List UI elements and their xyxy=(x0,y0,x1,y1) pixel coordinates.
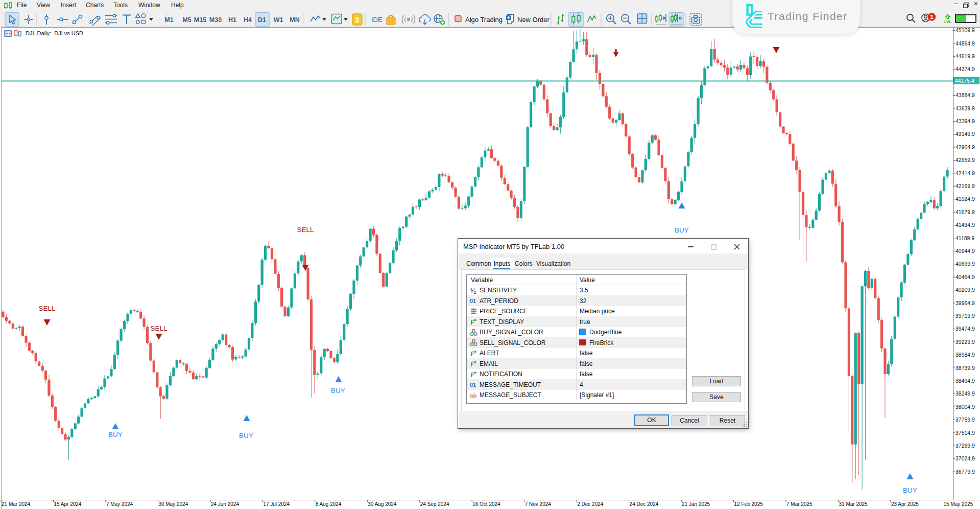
svg-text:42414.9: 42414.9 xyxy=(955,170,975,176)
svg-text:8 Aug 2024: 8 Aug 2024 xyxy=(316,501,342,507)
svg-text:41679.9: 41679.9 xyxy=(955,209,975,215)
svg-text:24 Sep 2024: 24 Sep 2024 xyxy=(420,501,449,507)
svg-text:44175.4: 44175.4 xyxy=(955,78,974,84)
svg-text:41434.9: 41434.9 xyxy=(955,222,975,228)
svg-text:M5: M5 xyxy=(182,16,191,24)
svg-text:7 Mar 2025: 7 Mar 2025 xyxy=(786,501,812,507)
svg-text:IDE: IDE xyxy=(371,16,383,24)
svg-text:44374.9: 44374.9 xyxy=(955,66,975,72)
svg-text:BUY: BUY xyxy=(675,226,689,234)
svg-text:38249.9: 38249.9 xyxy=(955,390,975,397)
svg-text:$: $ xyxy=(355,16,360,24)
svg-text:44619.9: 44619.9 xyxy=(955,53,975,59)
svg-text:15 May 2025: 15 May 2025 xyxy=(944,501,973,507)
svg-text:43639.9: 43639.9 xyxy=(955,105,975,111)
svg-text:BUY: BUY xyxy=(331,387,345,395)
svg-text:H4: H4 xyxy=(244,16,252,24)
svg-text:D1: D1 xyxy=(258,16,266,24)
svg-text:41189.9: 41189.9 xyxy=(955,235,974,241)
svg-text:39964.9: 39964.9 xyxy=(955,300,975,306)
svg-text:38004.9: 38004.9 xyxy=(955,404,975,410)
svg-text:36779.9: 36779.9 xyxy=(955,469,975,475)
svg-text:01: 01 xyxy=(470,298,476,304)
svg-text:43394.9: 43394.9 xyxy=(955,118,975,124)
svg-text:15 Apr 2024: 15 Apr 2024 xyxy=(54,501,82,507)
svg-text:42169.9: 42169.9 xyxy=(955,183,975,189)
svg-text:39229.9: 39229.9 xyxy=(955,339,975,345)
svg-text:SELL: SELL xyxy=(297,226,314,234)
svg-text:40209.9: 40209.9 xyxy=(955,287,975,293)
svg-text:41924.9: 41924.9 xyxy=(955,196,975,202)
svg-text:42659.9: 42659.9 xyxy=(955,157,975,163)
svg-text:40699.9: 40699.9 xyxy=(955,261,975,267)
svg-text:BUY: BUY xyxy=(239,432,253,439)
svg-text:7 Nov 2024: 7 Nov 2024 xyxy=(525,501,552,507)
svg-text:M1: M1 xyxy=(164,16,173,24)
svg-text:24 Jun 2024: 24 Jun 2024 xyxy=(211,501,239,507)
svg-text:38494.9: 38494.9 xyxy=(955,378,975,384)
svg-text:SELL: SELL xyxy=(150,325,168,332)
svg-text:44864.9: 44864.9 xyxy=(955,40,975,47)
svg-text:40944.9: 40944.9 xyxy=(955,248,975,254)
svg-text:01: 01 xyxy=(470,382,476,388)
svg-text:W1: W1 xyxy=(274,16,283,24)
svg-text:New Order: New Order xyxy=(517,16,550,24)
svg-text:40454.9: 40454.9 xyxy=(955,274,975,280)
svg-text:21 Jan 2025: 21 Jan 2025 xyxy=(682,501,710,507)
svg-text:45109.9: 45109.9 xyxy=(955,27,975,33)
svg-text:43149.9: 43149.9 xyxy=(955,131,975,137)
svg-text:16 Oct 2024: 16 Oct 2024 xyxy=(472,501,500,507)
svg-text:31 Mar 2025: 31 Mar 2025 xyxy=(839,501,868,507)
svg-text:17 Jul 2024: 17 Jul 2024 xyxy=(263,501,290,507)
svg-text:37514.9: 37514.9 xyxy=(955,430,975,436)
svg-text:1: 1 xyxy=(930,14,934,20)
svg-text:39719.9: 39719.9 xyxy=(955,313,975,319)
svg-text:MN: MN xyxy=(290,16,299,24)
svg-text:H1: H1 xyxy=(228,16,236,24)
svg-text:38984.9: 38984.9 xyxy=(955,352,975,358)
svg-text:39474.9: 39474.9 xyxy=(955,326,975,332)
svg-text:Algo Trading: Algo Trading xyxy=(465,16,503,24)
svg-text:37269.9: 37269.9 xyxy=(955,443,975,449)
svg-text:42904.9: 42904.9 xyxy=(955,144,975,150)
svg-text:38739.9: 38739.9 xyxy=(955,365,975,371)
svg-text:ab: ab xyxy=(470,392,476,399)
svg-text:37759.9: 37759.9 xyxy=(955,417,975,423)
svg-text:30 Aug 2024: 30 Aug 2024 xyxy=(368,501,397,507)
svg-text:M30: M30 xyxy=(209,16,222,24)
svg-text:2: 2 xyxy=(474,290,476,294)
svg-text:24 Dec 2024: 24 Dec 2024 xyxy=(630,501,659,507)
svg-text:43884.9: 43884.9 xyxy=(955,92,975,98)
svg-text:7 May 2024: 7 May 2024 xyxy=(106,501,133,507)
svg-text:30 May 2024: 30 May 2024 xyxy=(158,501,188,507)
svg-text:37024.9: 37024.9 xyxy=(955,455,975,461)
svg-text:M15: M15 xyxy=(194,16,206,24)
svg-text:LVL: LVL xyxy=(944,19,951,24)
svg-text:SELL: SELL xyxy=(38,305,56,312)
svg-text:21 Mar 2024: 21 Mar 2024 xyxy=(2,501,31,507)
svg-text:BUY: BUY xyxy=(108,431,123,438)
svg-text:BUY: BUY xyxy=(903,487,917,494)
svg-text:2 Dec 2024: 2 Dec 2024 xyxy=(577,501,604,507)
svg-text:12 Feb 2025: 12 Feb 2025 xyxy=(734,501,763,507)
svg-text:23 Apr 2025: 23 Apr 2025 xyxy=(891,501,919,507)
